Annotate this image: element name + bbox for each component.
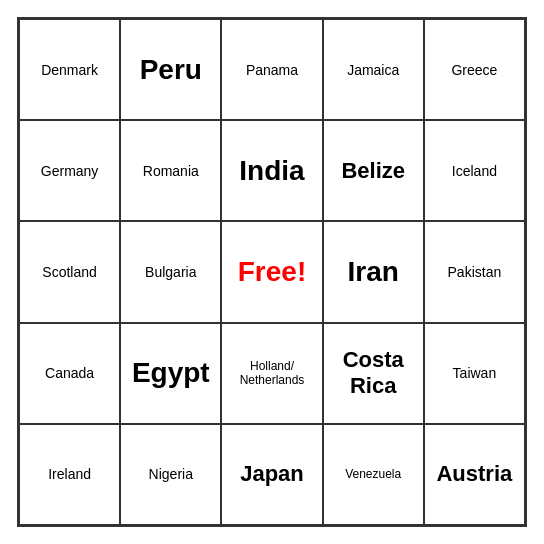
- bingo-cell-22: Japan: [221, 424, 322, 525]
- bingo-cell-24: Austria: [424, 424, 525, 525]
- bingo-cell-10: Scotland: [19, 221, 120, 322]
- bingo-cell-11: Bulgaria: [120, 221, 221, 322]
- bingo-cell-19: Taiwan: [424, 323, 525, 424]
- bingo-cell-4: Greece: [424, 19, 525, 120]
- bingo-cell-3: Jamaica: [323, 19, 424, 120]
- bingo-cell-20: Ireland: [19, 424, 120, 525]
- bingo-cell-16: Egypt: [120, 323, 221, 424]
- bingo-board: DenmarkPeruPanamaJamaicaGreeceGermanyRom…: [17, 17, 527, 527]
- bingo-cell-17: Holland/Netherlands: [221, 323, 322, 424]
- bingo-cell-14: Pakistan: [424, 221, 525, 322]
- bingo-cell-21: Nigeria: [120, 424, 221, 525]
- bingo-cell-5: Germany: [19, 120, 120, 221]
- bingo-cell-8: Belize: [323, 120, 424, 221]
- bingo-cell-9: Iceland: [424, 120, 525, 221]
- bingo-cell-12: Free!: [221, 221, 322, 322]
- bingo-cell-1: Peru: [120, 19, 221, 120]
- bingo-cell-7: India: [221, 120, 322, 221]
- bingo-cell-2: Panama: [221, 19, 322, 120]
- bingo-cell-0: Denmark: [19, 19, 120, 120]
- bingo-cell-23: Venezuela: [323, 424, 424, 525]
- bingo-cell-18: Costa Rica: [323, 323, 424, 424]
- bingo-cell-13: Iran: [323, 221, 424, 322]
- bingo-cell-15: Canada: [19, 323, 120, 424]
- bingo-cell-6: Romania: [120, 120, 221, 221]
